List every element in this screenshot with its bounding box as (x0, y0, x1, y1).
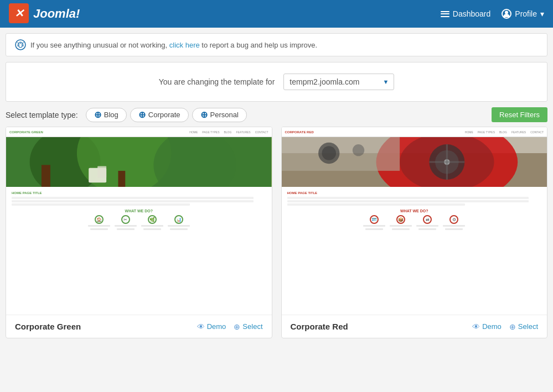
preview-icon-1-green: 🏠 (88, 215, 110, 230)
preview-icon-3-red: ⇄ (416, 215, 438, 230)
preview-text-3-red (287, 203, 466, 206)
svg-rect-12 (97, 166, 106, 177)
preview-icon-circle-4: 📊 (174, 215, 183, 224)
bug-icon (15, 39, 26, 50)
demo-link-green[interactable]: 👁 Demo (197, 322, 226, 331)
preview-content-green: HOME PAGE TITLE WHAT WE DO? 🏠 ✂ (6, 187, 272, 315)
nav-item-page-types-red: PAGE TYPES (478, 130, 495, 134)
preview-icon-subtext-2 (117, 228, 135, 230)
preview-icon-circle-3: 🌿 (148, 215, 157, 224)
preview-text-2 (12, 200, 254, 202)
hero-bg-red (282, 137, 547, 187)
preview-icon-circle-4-red: ⚙ (449, 215, 458, 224)
preview-icon-subtext-3 (143, 228, 161, 230)
filter-blog-button[interactable]: ⊕ Blog (86, 108, 127, 122)
filter-type-area: Select template type: ⊕ Blog ⊕ Corporate… (6, 108, 247, 122)
site-selector-wrapper: tempm2.joomla.com www.joomla.com (283, 74, 394, 90)
svg-point-3 (15, 40, 25, 50)
dashboard-label: Dashboard (453, 9, 491, 18)
select-label-green: Select (242, 322, 262, 331)
template-card-corporate-green: CORPORATE GREEN HOME PAGE TYPES BLOG FEA… (6, 127, 272, 338)
preview-text-1 (12, 197, 254, 199)
preview-icon-subtext-1-red (365, 228, 383, 230)
template-footer-red: Corporate Red 👁 Demo ⊕ Select (282, 315, 547, 338)
plus-circle-icon-red: ⊕ (509, 322, 516, 331)
filter-personal-button[interactable]: ⊕ Personal (192, 108, 247, 122)
demo-link-red[interactable]: 👁 Demo (472, 322, 502, 331)
template-actions-green: 👁 Demo ⊕ Select (197, 322, 263, 331)
preview-nav-red: CORPORATE RED HOME PAGE TYPES BLOG FEATU… (282, 127, 547, 137)
corporate-filter-plus-icon: ⊕ (138, 111, 146, 119)
preview-text-2-red (287, 200, 529, 202)
nav-item-page-types: PAGE TYPES (202, 130, 219, 134)
preview-icon-text-1 (88, 225, 110, 227)
dashboard-icon (441, 11, 449, 17)
template-preview-red: CORPORATE RED HOME PAGE TYPES BLOG FEATU… (282, 127, 547, 315)
nav-item-contact: CONTACT (255, 130, 268, 134)
preview-icon-subtext-4 (170, 228, 188, 230)
preview-icon-circle-3-red: ⇄ (423, 215, 432, 224)
eye-icon-green: 👁 (197, 322, 205, 331)
template-card-corporate-red: CORPORATE RED HOME PAGE TYPES BLOG FEATU… (281, 127, 548, 338)
dashboard-nav-item[interactable]: Dashboard (441, 9, 491, 18)
profile-nav-item[interactable]: Profile ▾ (502, 9, 544, 19)
site-selector[interactable]: tempm2.joomla.com www.joomla.com (283, 74, 394, 90)
preview-hero-red (282, 137, 547, 187)
template-preview-green: CORPORATE GREEN HOME PAGE TYPES BLOG FEA… (6, 127, 272, 315)
preview-icon-text-3-red (416, 225, 438, 227)
preview-icon-4-red: ⚙ (443, 215, 465, 230)
preview-icon-text-4-red (443, 225, 465, 227)
svg-point-4 (20, 43, 21, 44)
preview-text-3 (12, 203, 190, 206)
template-footer-green: Corporate Green 👁 Demo ⊕ Select (6, 315, 272, 338)
template-selector-bar: You are changing the template for tempm2… (6, 62, 547, 102)
personal-filter-plus-icon: ⊕ (200, 111, 208, 119)
preview-nav-green: CORPORATE GREEN HOME PAGE TYPES BLOG FEA… (6, 127, 272, 137)
preview-content-red: HOME PAGE TITLE WHAT WE DO? 🪪 📦 (282, 187, 547, 315)
svg-text:✕: ✕ (14, 7, 25, 19)
filter-corporate-button[interactable]: ⊕ Corporate (130, 108, 189, 122)
nav-item-contact-red: CONTACT (530, 130, 544, 134)
reset-filters-button[interactable]: Reset Filters (492, 107, 547, 122)
preview-icon-text-2 (115, 225, 137, 227)
filter-blog-label: Blog (104, 111, 118, 119)
template-actions-red: 👁 Demo ⊕ Select (472, 322, 538, 331)
select-link-green[interactable]: ⊕ Select (234, 322, 262, 331)
preview-icon-subtext-3-red (418, 228, 436, 230)
preview-icon-circle-2: ✂ (121, 215, 130, 224)
svg-rect-10 (118, 171, 125, 187)
nav-item-home-red: HOME (465, 130, 473, 134)
preview-icon-1-red: 🪪 (363, 215, 385, 230)
preview-icon-4-green: 📊 (168, 215, 190, 230)
filter-buttons: ⊕ Blog ⊕ Corporate ⊕ Personal (86, 108, 247, 122)
preview-icon-subtext-1 (90, 228, 108, 230)
preview-what-green: WHAT WE DO? (12, 209, 266, 213)
preview-icon-circle-2-red: 📦 (396, 215, 405, 224)
preview-icon-subtext-4-red (445, 228, 463, 230)
svg-point-8 (153, 137, 236, 187)
svg-rect-22 (282, 137, 400, 171)
preview-icon-text-2-red (390, 225, 412, 227)
preview-icons-red: 🪪 📦 ⇄ (287, 215, 542, 230)
filter-label: Select template type: (6, 111, 78, 119)
plus-circle-icon-green: ⊕ (234, 322, 240, 331)
preview-icon-circle-1-red: 🪪 (370, 215, 379, 224)
preview-icon-circle-1: 🏠 (95, 215, 104, 224)
nav-item-features: FEATURES (236, 130, 250, 134)
svg-rect-9 (42, 165, 50, 187)
select-link-red[interactable]: ⊕ Select (509, 322, 538, 331)
filter-personal-label: Personal (210, 111, 239, 119)
preview-hero-green (6, 137, 272, 187)
eye-icon-red: 👁 (472, 322, 480, 331)
nav-item-home: HOME (189, 130, 198, 134)
preview-nav-title-green: CORPORATE GREEN (9, 130, 185, 134)
filter-corporate-label: Corporate (148, 111, 180, 119)
hero-bg-green (6, 137, 272, 187)
bug-report-link[interactable]: click here (169, 41, 200, 49)
bug-notice-text: If you see anything unusual or not worki… (30, 41, 317, 49)
bug-notice-bar: If you see anything unusual or not worki… (6, 33, 547, 56)
preview-icon-subtext-2-red (392, 228, 410, 230)
nav-item-blog-red: BLOG (499, 130, 507, 134)
preview-icon-2-green: ✂ (115, 215, 137, 230)
preview-nav-title-red: CORPORATE RED (285, 130, 461, 134)
